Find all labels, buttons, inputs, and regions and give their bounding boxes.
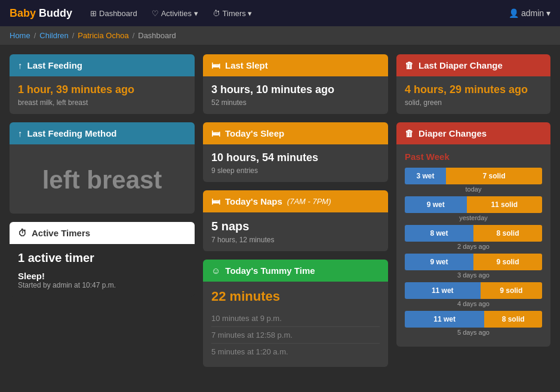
diaper-row: 9 wet9 solid3 days ago: [405, 254, 542, 279]
diaper-bar: 9 wet11 solid: [405, 196, 542, 213]
last-slept-value: 3 hours, 10 minutes ago: [211, 84, 380, 96]
diaper-bar: 8 wet8 solid: [405, 225, 542, 242]
diaper-bar: 11 wet8 solid: [405, 311, 542, 328]
diaper-changes-header: 🗑 Diaper Changes: [396, 122, 550, 144]
todays-tummy-header: ☺ Today's Tummy Time: [203, 260, 388, 282]
activities-icon: ♡: [152, 9, 159, 18]
breadcrumb-home[interactable]: Home: [10, 31, 30, 40]
tummy-entry: 10 minutes at 9 p.m.: [211, 310, 380, 326]
timer-started: Started by admin at 10:47 p.m.: [18, 281, 186, 289]
tummy-icon: ☺: [211, 266, 220, 276]
solid-bar: 8 solid: [473, 225, 542, 242]
diaper-icon: 🗑: [405, 60, 414, 70]
solid-bar: 7 solid: [446, 168, 542, 184]
todays-sleep-body: 10 hours, 54 minutes 9 sleep entries: [203, 144, 388, 182]
last-feeding-body: 1 hour, 39 minutes ago breast milk, left…: [10, 76, 195, 114]
tummy-minutes: 22 minutes: [211, 289, 380, 304]
last-slept-sub: 52 minutes: [211, 98, 380, 107]
todays-naps-card: 🛏 Today's Naps (7AM - 7PM) 5 naps 7 hour…: [203, 190, 388, 251]
solid-bar: 11 solid: [467, 196, 543, 213]
nav-timers[interactable]: ⏱ Timers ▾: [207, 5, 259, 21]
diaper-date: yesterday: [405, 214, 542, 221]
last-feeding-card: ↑ Last Feeding 1 hour, 39 minutes ago br…: [10, 54, 195, 114]
wet-bar: 11 wet: [405, 282, 481, 299]
wet-bar: 9 wet: [405, 196, 467, 213]
todays-tummy-body: 22 minutes 10 minutes at 9 p.m.7 minutes…: [203, 282, 388, 367]
todays-naps-sub: 7 hours, 12 minutes: [211, 236, 380, 244]
breadcrumb-child[interactable]: Patricia Ochoa: [78, 31, 128, 40]
sleep2-icon: 🛏: [211, 128, 220, 138]
last-feeding-sub: breast milk, left breast: [18, 98, 186, 107]
last-slept-body: 3 hours, 10 minutes ago 52 minutes: [203, 76, 388, 114]
todays-naps-header: 🛏 Today's Naps (7AM - 7PM): [203, 190, 388, 212]
nav-dashboard[interactable]: ⊞ Dashboard: [84, 5, 143, 21]
breadcrumb: Home / Children / Patricia Ochoa / Dashb…: [0, 26, 560, 45]
diaper-changes-icon: 🗑: [405, 128, 414, 138]
naps-icon: 🛏: [211, 196, 220, 206]
last-feeding-method-body: left breast: [10, 144, 195, 214]
solid-bar: 8 solid: [484, 311, 542, 328]
tummy-entries: 10 minutes at 9 p.m.7 minutes at 12:58 p…: [211, 310, 380, 360]
diaper-row: 3 wet7 solidtoday: [405, 168, 542, 193]
wet-bar: 9 wet: [405, 254, 473, 270]
column-3: 🗑 Last Diaper Change 4 hours, 29 minutes…: [396, 54, 550, 347]
todays-tummy-card: ☺ Today's Tummy Time 22 minutes 10 minut…: [203, 260, 388, 367]
timers-icon: ⏱: [213, 9, 220, 18]
feeding-method-value: left breast: [18, 152, 186, 206]
diaper-rows: 3 wet7 solidtoday9 wet11 solidyesterday8…: [405, 168, 542, 336]
diaper-bar: 11 wet9 solid: [405, 282, 542, 299]
last-diaper-card: 🗑 Last Diaper Change 4 hours, 29 minutes…: [396, 54, 550, 114]
active-timers-body: 1 active timer Sleep! Started by admin a…: [10, 244, 195, 297]
feeding-method-icon: ↑: [18, 128, 23, 138]
breadcrumb-children[interactable]: Children: [39, 31, 68, 40]
diaper-changes-card: 🗑 Diaper Changes Past Week 3 wet7 solidt…: [396, 122, 550, 347]
todays-sleep-sub: 9 sleep entries: [211, 166, 380, 175]
user-menu[interactable]: 👤 admin ▾: [509, 8, 550, 18]
diaper-row: 9 wet11 solidyesterday: [405, 196, 542, 221]
last-feeding-method-card: ↑ Last Feeding Method left breast: [10, 122, 195, 214]
diaper-date: 2 days ago: [405, 243, 542, 250]
last-feeding-value: 1 hour, 39 minutes ago: [18, 84, 186, 96]
wet-bar: 11 wet: [405, 311, 484, 328]
timer-name: Sleep!: [18, 271, 186, 281]
dashboard-icon: ⊞: [90, 9, 97, 18]
last-diaper-body: 4 hours, 29 minutes ago solid, green: [396, 76, 550, 114]
todays-naps-value: 5 naps: [211, 220, 380, 233]
last-diaper-header: 🗑 Last Diaper Change: [396, 54, 550, 76]
last-slept-header: 🛏 Last Slept: [203, 54, 388, 76]
last-diaper-value: 4 hours, 29 minutes ago: [405, 84, 542, 96]
solid-bar: 9 solid: [481, 282, 543, 299]
diaper-date: 5 days ago: [405, 329, 542, 336]
column-2: 🛏 Last Slept 3 hours, 10 minutes ago 52 …: [203, 54, 388, 367]
feeding-icon: ↑: [18, 60, 23, 70]
diaper-changes-body: Past Week 3 wet7 solidtoday9 wet11 solid…: [396, 144, 550, 347]
diaper-row: 11 wet9 solid4 days ago: [405, 282, 542, 307]
tummy-entry: 5 minutes at 1:20 a.m.: [211, 343, 380, 360]
breadcrumb-current: Dashboard: [138, 31, 176, 40]
diaper-row: 8 wet8 solid2 days ago: [405, 225, 542, 250]
column-1: ↑ Last Feeding 1 hour, 39 minutes ago br…: [10, 54, 195, 297]
timer-count: 1 active timer: [18, 251, 186, 265]
timer-icon: ⏱: [18, 228, 27, 238]
diaper-week-label: Past Week: [405, 152, 542, 162]
todays-naps-body: 5 naps 7 hours, 12 minutes: [203, 212, 388, 251]
tummy-entry: 7 minutes at 12:58 p.m.: [211, 326, 380, 343]
diaper-bar: 9 wet9 solid: [405, 254, 542, 270]
nav-activities[interactable]: ♡ Activities ▾: [146, 5, 204, 21]
main-grid: ↑ Last Feeding 1 hour, 39 minutes ago br…: [0, 45, 560, 376]
todays-sleep-value: 10 hours, 54 minutes: [211, 152, 380, 164]
todays-sleep-card: 🛏 Today's Sleep 10 hours, 54 minutes 9 s…: [203, 122, 388, 182]
diaper-date: today: [405, 186, 542, 193]
brand-highlight: Baby: [10, 7, 36, 19]
wet-bar: 8 wet: [405, 225, 473, 242]
app-brand[interactable]: Baby Buddy: [10, 7, 72, 20]
diaper-date: 3 days ago: [405, 271, 542, 279]
diaper-bar: 3 wet7 solid: [405, 168, 542, 184]
navbar: Baby Buddy ⊞ Dashboard ♡ Activities ▾ ⏱ …: [0, 0, 560, 26]
active-timers-header: ⏱ Active Timers: [10, 222, 195, 244]
diaper-row: 11 wet8 solid5 days ago: [405, 311, 542, 336]
last-slept-card: 🛏 Last Slept 3 hours, 10 minutes ago 52 …: [203, 54, 388, 114]
last-diaper-sub: solid, green: [405, 98, 542, 107]
user-icon: 👤: [509, 8, 519, 18]
wet-bar: 3 wet: [405, 168, 446, 184]
